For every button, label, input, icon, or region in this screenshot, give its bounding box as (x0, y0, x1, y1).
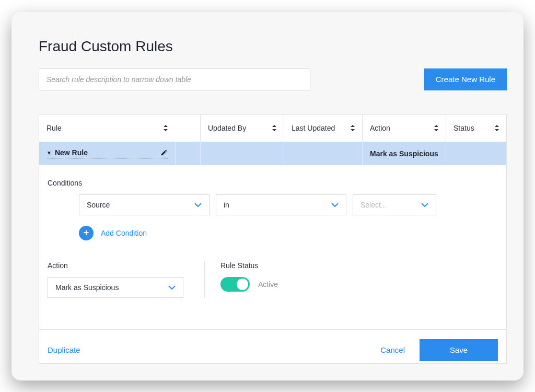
condition-value-select[interactable]: Select... (353, 194, 436, 215)
cancel-button[interactable]: Cancel (380, 345, 405, 354)
col-header-action-label: Action (370, 124, 390, 132)
chevron-down-icon (168, 285, 176, 290)
table-header-row: Rule Updated By Last Updated Action Stat… (39, 115, 506, 142)
save-button[interactable]: Save (420, 339, 498, 361)
col-header-updatedby[interactable]: Updated By (200, 115, 284, 142)
condition-row: Source in Select... (48, 194, 498, 215)
toggle-knob (237, 279, 248, 290)
rule-editor: Conditions Source in Select... + Add Con… (39, 165, 506, 313)
chevron-down-icon (194, 203, 202, 207)
add-condition-button[interactable]: + Add Condition (48, 226, 498, 240)
search-input[interactable] (39, 68, 310, 90)
action-select[interactable]: Mark as Suspicious (48, 277, 183, 298)
col-header-rule[interactable]: Rule (39, 115, 175, 142)
editor-bottom: Action Mark as Suspicious Rule Status Ac… (48, 261, 498, 298)
condition-value-placeholder: Select... (360, 201, 387, 209)
action-value: Mark as Suspicious (55, 283, 119, 292)
condition-operator-select[interactable]: in (216, 194, 346, 215)
page-title: Fraud Custom Rules (39, 38, 507, 55)
cell-status (446, 142, 506, 165)
condition-field-select[interactable]: Source (79, 194, 210, 215)
sort-icon (495, 125, 499, 131)
add-condition-label: Add Condition (101, 229, 147, 237)
col-header-lastupdated[interactable]: Last Updated (284, 115, 362, 142)
table-row[interactable]: ▼ New Rule Mark as Suspicious (39, 142, 506, 165)
plus-icon: + (79, 226, 94, 240)
cell-updatedby (200, 142, 284, 165)
col-header-rule-label: Rule (46, 124, 62, 132)
col-header-status[interactable]: Status (446, 115, 506, 142)
sort-icon (351, 125, 355, 131)
footer-right: Cancel Save (380, 339, 498, 361)
rule-name-edit[interactable]: ▼ New Rule (46, 148, 168, 158)
create-new-rule-button[interactable]: Create New Rule (424, 68, 507, 90)
sort-icon (272, 125, 276, 131)
toolbar-row: Create New Rule (39, 68, 507, 90)
cell-lastupdated (284, 142, 362, 165)
col-header-lastupdated-label: Last Updated (292, 124, 335, 132)
pencil-icon[interactable] (160, 149, 168, 156)
cell-spacer (175, 142, 200, 165)
col-header-updatedby-label: Updated By (208, 124, 246, 132)
sort-icon (164, 125, 168, 131)
status-toggle-label: Active (258, 280, 278, 289)
chevron-down-icon (331, 203, 339, 207)
sort-icon (434, 125, 438, 131)
col-spacer (175, 115, 200, 142)
rule-status-label: Rule Status (220, 261, 498, 270)
page-card: Fraud Custom Rules Create New Rule Rule … (11, 12, 524, 381)
caret-down-icon: ▼ (46, 150, 52, 156)
col-header-status-label: Status (453, 124, 474, 132)
condition-operator-value: in (224, 201, 229, 209)
editor-footer: Duplicate Cancel Save (39, 329, 506, 363)
condition-field-value: Source (87, 201, 110, 209)
action-section: Action Mark as Suspicious (48, 261, 183, 298)
status-toggle-row: Active (220, 277, 498, 292)
chevron-down-icon (421, 203, 428, 207)
rule-name-text: New Rule (55, 148, 88, 157)
conditions-label: Conditions (48, 179, 498, 187)
action-label: Action (48, 261, 183, 270)
cell-action: Mark as Suspicious (362, 142, 446, 165)
status-toggle[interactable] (220, 277, 250, 292)
col-header-action[interactable]: Action (362, 115, 446, 142)
rule-status-section: Rule Status Active (204, 261, 498, 298)
cell-rule: ▼ New Rule (39, 142, 175, 165)
duplicate-button[interactable]: Duplicate (48, 345, 80, 354)
rules-table: Rule Updated By Last Updated Action Stat… (39, 114, 507, 364)
